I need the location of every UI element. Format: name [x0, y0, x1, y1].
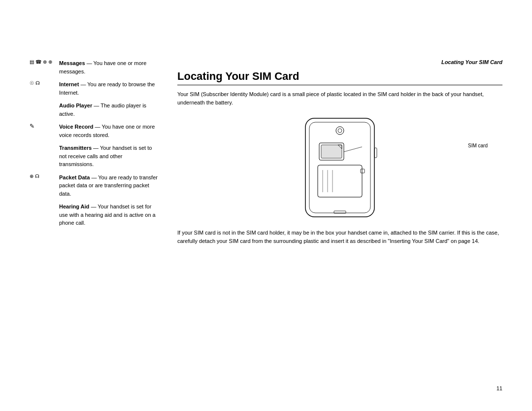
internet-icon-2: ☊ [35, 81, 40, 86]
svg-line-14 [344, 147, 362, 152]
page-number: 11 [497, 385, 502, 391]
messages-label: Messages [59, 60, 85, 66]
sim-card-label: SIM card [468, 143, 488, 148]
svg-rect-7 [318, 165, 362, 197]
voice-icons: ✎ [30, 123, 59, 129]
voice-text: Voice Record — You have one or more voic… [59, 123, 158, 139]
internet-icon-1: ☉ [30, 81, 34, 86]
internet-label: Internet [59, 81, 79, 87]
audio-icons [30, 102, 59, 102]
list-item: ✎ Voice Record — You have one or more vo… [30, 123, 158, 139]
section-header: Locating Your SIM Card [177, 59, 502, 65]
svg-rect-8 [361, 169, 365, 173]
svg-rect-1 [309, 122, 370, 213]
hearing-label: Hearing Aid [59, 204, 89, 209]
message-icon-4: ⊕ [48, 60, 52, 65]
list-item: ▤ ☎ ⊕ ⊕ Messages — You have one or more … [30, 59, 158, 75]
transmitter-icons [30, 144, 59, 144]
transmitter-text: Transmitters — Your handset is set to no… [59, 144, 158, 169]
message-icon-2: ☎ [35, 60, 41, 65]
packet-icon-1: ⊕ [30, 174, 33, 179]
messages-icons: ▤ ☎ ⊕ ⊕ [30, 59, 59, 65]
hearing-text: Hearing Aid — Your handset is set for us… [59, 203, 158, 227]
list-item: Hearing Aid — Your handset is set for us… [30, 203, 158, 227]
right-column: Locating Your SIM Card Locating Your SIM… [177, 59, 502, 245]
list-item: Transmitters — Your handset is set to no… [30, 144, 158, 169]
internet-icons: ☉ ☊ [30, 80, 59, 86]
transmitter-label: Transmitters [59, 145, 92, 151]
voice-label: Voice Record [59, 124, 94, 130]
svg-rect-0 [305, 118, 374, 217]
svg-point-2 [336, 127, 344, 135]
page-title: Locating Your SIM Card [177, 70, 502, 85]
message-icon-1: ▤ [30, 60, 34, 65]
svg-rect-5 [321, 145, 342, 158]
packet-text: Packet Data — You are ready to transfer … [59, 173, 158, 198]
page: ▤ ☎ ⊕ ⊕ Messages — You have one or more … [0, 0, 532, 411]
internet-text: Internet — You are ready to browse the I… [59, 80, 158, 97]
audio-label: Audio Player [59, 103, 92, 108]
list-item: Audio Player — The audio player is activ… [30, 102, 158, 118]
packet-icon-2: ☊ [35, 174, 39, 179]
audio-text: Audio Player — The audio player is activ… [59, 102, 158, 118]
svg-point-3 [338, 129, 342, 133]
intro-text: Your SIM (Subscriber Identity Module) ca… [177, 90, 502, 106]
left-column: ▤ ☎ ⊕ ⊕ Messages — You have one or more … [30, 59, 158, 245]
content-area: ▤ ☎ ⊕ ⊕ Messages — You have one or more … [30, 59, 502, 245]
voice-icon-1: ✎ [30, 123, 34, 129]
bottom-text: If your SIM card is not in the SIM card … [177, 229, 502, 245]
messages-text: Messages — You have one or more messages… [59, 59, 158, 75]
list-item: ⊕ ☊ Packet Data — You are ready to trans… [30, 173, 158, 198]
message-icon-3: ⊕ [43, 60, 47, 65]
device-diagram [291, 113, 389, 222]
list-item: ☉ ☊ Internet — You are ready to browse t… [30, 80, 158, 97]
packet-label: Packet Data [59, 174, 90, 180]
device-image-container: SIM card [177, 113, 502, 222]
packet-icons: ⊕ ☊ [30, 173, 59, 179]
hearing-icons [30, 203, 59, 203]
